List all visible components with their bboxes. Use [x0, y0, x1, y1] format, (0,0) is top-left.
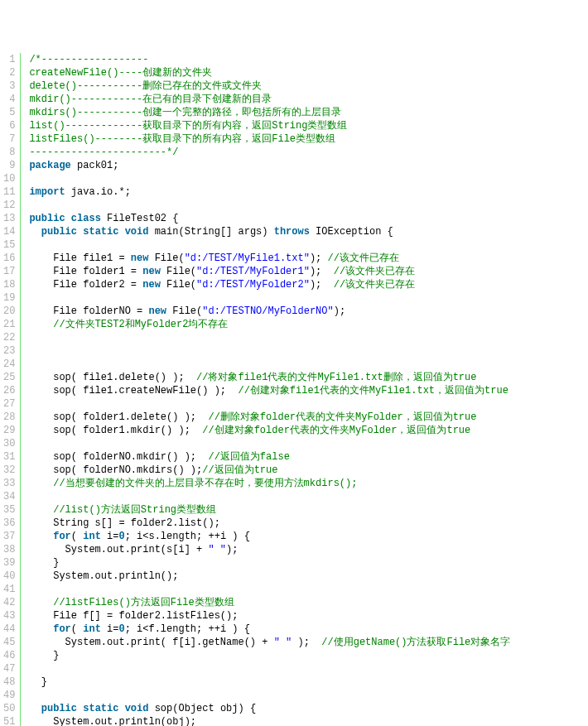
code-line: sop( folder1.delete() ); //删除对象folder代表的…	[29, 411, 588, 424]
code-token	[29, 438, 35, 450]
line-number: 16	[3, 252, 15, 265]
code-line: }	[29, 556, 588, 570]
code-line: System.out.println();	[29, 570, 588, 583]
line-number: 7	[3, 132, 15, 146]
code-token	[29, 623, 53, 635]
code-token: createNewFile()----创建新的文件夹	[29, 67, 212, 79]
code-token: delete()-----------删除已存在的文件或文件夹	[29, 80, 262, 92]
code-token: public	[41, 703, 77, 714]
line-number: 49	[3, 689, 15, 702]
line-number: 13	[3, 212, 15, 225]
line-number: 15	[3, 238, 15, 252]
code-token: String s[] = folder2.list();	[29, 517, 219, 529]
code-token: File folder2 =	[29, 279, 142, 291]
line-number-gutter: 1234567891011121314151617181920212223242…	[0, 53, 21, 726]
code-token: sop( folderNO.mkdir() );	[29, 451, 208, 463]
code-token: //该文件夹已存在	[334, 279, 415, 291]
code-token	[29, 332, 35, 344]
code-token: " "	[208, 544, 226, 555]
code-token: );	[334, 305, 345, 317]
code-line: /*------------------	[29, 53, 588, 66]
code-token: -----------------------*/	[29, 147, 178, 158]
code-token	[65, 213, 71, 224]
code-token: package	[29, 160, 70, 171]
code-token: System.out.println();	[29, 570, 178, 582]
code-token: new	[131, 252, 149, 264]
line-number: 22	[3, 331, 15, 344]
code-token	[29, 663, 35, 675]
code-token: File file1 =	[29, 252, 130, 264]
code-token: sop(Object obj) {	[148, 703, 256, 714]
code-line: System.out.print( f[i].getName() + " " )…	[29, 636, 588, 649]
code-token: new	[142, 266, 161, 277]
code-token: sop( folderNO.mkdirs() );	[29, 464, 202, 476]
line-number: 29	[3, 424, 15, 437]
code-token: //返回值为false	[208, 451, 289, 463]
code-token	[29, 478, 53, 489]
code-token: pack01;	[71, 160, 119, 171]
code-line: System.out.print(s[i] + " ");	[29, 543, 588, 556]
line-number: 18	[3, 278, 15, 291]
line-number: 35	[3, 503, 15, 517]
line-number: 51	[3, 715, 15, 726]
code-token: "d:/TEST/MyFile1.txt"	[185, 252, 310, 264]
code-token: System.out.print( f[i].getName() +	[29, 637, 273, 648]
code-line: createNewFile()----创建新的文件夹	[29, 66, 588, 79]
code-token: ; i<s.length; ++i ) {	[125, 531, 250, 542]
code-token: listFiles()--------获取目录下的所有内容，返回File类型数组	[29, 133, 335, 145]
code-token: //创建对象file1代表的文件MyFile1.txt，返回值为true	[238, 385, 508, 397]
line-number: 8	[3, 146, 15, 159]
code-token: );	[310, 279, 334, 291]
code-token: int	[83, 531, 101, 542]
line-number: 41	[3, 583, 15, 596]
code-token	[29, 491, 35, 502]
code-line	[29, 331, 588, 344]
code-line: sop( folderNO.mkdir() ); //返回值为false	[29, 450, 588, 464]
code-token: //使用getName()方法获取File对象名字	[321, 637, 510, 648]
line-number: 38	[3, 543, 15, 556]
code-token: sop( folder1.mkdir() );	[29, 425, 202, 436]
code-token: //list()方法返回String类型数组	[53, 504, 216, 516]
code-token: sop( file1.delete() );	[29, 372, 196, 383]
code-token: throws	[274, 226, 310, 238]
line-number: 2	[3, 66, 15, 79]
code-token: //将对象file1代表的文件MyFile1.txt删除，返回值为true	[196, 372, 476, 383]
line-number: 17	[3, 265, 15, 278]
code-token	[29, 345, 35, 357]
code-token: //文件夹TEST2和MyFolder2均不存在	[53, 319, 228, 330]
code-line: sop( folder1.mkdir() ); //创建对象folder代表的文…	[29, 424, 588, 437]
code-token: new	[148, 305, 166, 317]
line-number: 42	[3, 596, 15, 609]
code-line: sop( file1.createNewFile() ); //创建对象file…	[29, 384, 588, 397]
code-line: package pack01;	[29, 159, 588, 172]
code-line	[29, 437, 588, 450]
code-token	[29, 239, 35, 251]
line-number: 4	[3, 93, 15, 106]
code-line: File f[] = folder2.listFiles();	[29, 609, 588, 623]
code-viewer: 1234567891011121314151617181920212223242…	[0, 53, 588, 726]
code-line	[29, 238, 588, 252]
code-token: for	[53, 531, 71, 542]
code-token: System.out.println(obj);	[29, 716, 196, 726]
code-token: void	[125, 226, 149, 238]
line-number: 30	[3, 437, 15, 450]
code-line	[29, 199, 588, 212]
line-number: 26	[3, 384, 15, 397]
code-token: int	[83, 623, 101, 635]
line-number: 33	[3, 477, 15, 490]
line-number: 32	[3, 464, 15, 477]
code-token: (	[71, 623, 83, 635]
line-number: 47	[3, 662, 15, 676]
line-number: 39	[3, 556, 15, 570]
code-line: public static void main(String[] args) t…	[29, 225, 588, 238]
code-line: sop( folderNO.mkdirs() );//返回值为true	[29, 464, 588, 477]
code-token: File(	[148, 252, 184, 264]
code-line: public class FileTest02 {	[29, 212, 588, 225]
code-line: File folder1 = new File("d:/TEST/MyFolde…	[29, 265, 588, 278]
code-line	[29, 583, 588, 596]
code-token: 0	[118, 623, 124, 635]
code-token: i=	[101, 531, 119, 542]
line-number: 48	[3, 676, 15, 689]
code-token: 0	[118, 531, 124, 542]
line-number: 36	[3, 517, 15, 530]
